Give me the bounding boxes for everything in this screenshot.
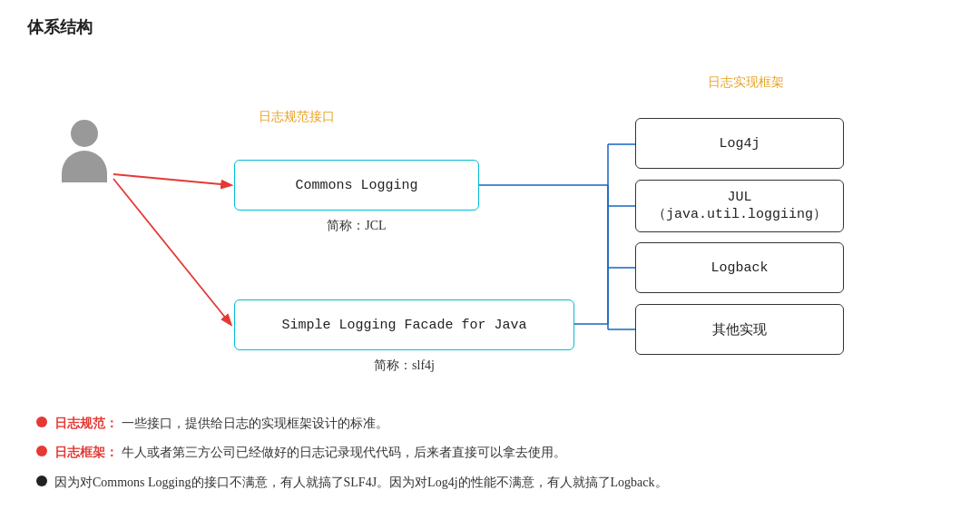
bullet-2: 日志框架： 牛人或者第三方公司已经做好的日志记录现代代码，后来者直接可以拿去使用… (36, 443, 953, 463)
svg-line-0 (113, 174, 230, 185)
impl-label: 日志实现框架 (708, 74, 784, 91)
box-commons-logging: Commons Logging (234, 160, 479, 211)
box-jul: JUL （java.util.loggiing） (635, 180, 844, 232)
bullet-dot-2 (36, 446, 47, 456)
page: 体系结构 (0, 0, 980, 510)
svg-line-1 (113, 179, 230, 324)
box-other: 其他实现 (635, 304, 844, 355)
bullet-dot-1 (36, 417, 47, 427)
sub-label-jcl: 简称：JCL (234, 218, 479, 234)
bullet-1: 日志规范： 一些接口，提供给日志的实现框架设计的标准。 (36, 414, 953, 434)
person-head (71, 120, 98, 147)
page-title: 体系结构 (27, 16, 953, 38)
bottom-section: 日志规范： 一些接口，提供给日志的实现框架设计的标准。 日志框架： 牛人或者第三… (27, 414, 953, 493)
interface-label: 日志规范接口 (259, 109, 335, 125)
box-slf4j: Simple Logging Facade for Java (234, 299, 574, 350)
bullet-text-2: 日志框架： 牛人或者第三方公司已经做好的日志记录现代代码，后来者直接可以拿去使用… (54, 443, 566, 463)
box-log4j: Log4j (635, 118, 844, 169)
box-logback: Logback (635, 242, 844, 293)
person-icon (53, 120, 116, 192)
bullet-3: 因为对Commons Logging的接口不满意，有人就搞了SLF4J。因为对L… (36, 473, 953, 493)
bullet-text-3: 因为对Commons Logging的接口不满意，有人就搞了SLF4J。因为对L… (54, 473, 668, 493)
diagram-area: 日志规范接口 Commons Logging 简称：JCL Simple Log… (27, 47, 953, 401)
bullet-text-1: 日志规范： 一些接口，提供给日志的实现框架设计的标准。 (54, 414, 388, 434)
person-body (62, 151, 107, 182)
sub-label-slf4j: 简称：slf4j (234, 358, 574, 374)
bullet-dot-3 (36, 476, 47, 486)
